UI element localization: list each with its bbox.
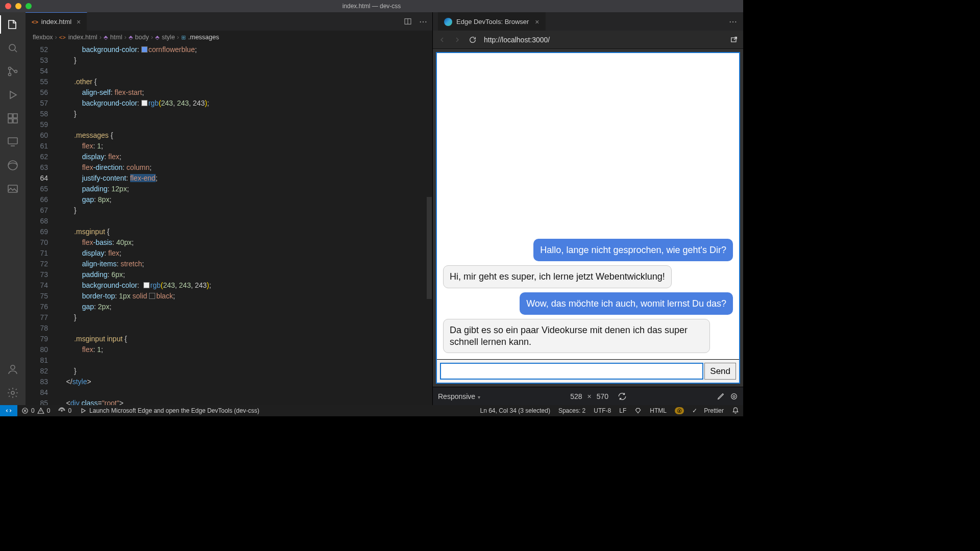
html-file-icon: <> — [59, 34, 66, 40]
status-errors-count: 0 — [31, 407, 35, 414]
crumb-folder[interactable]: flexbox — [33, 34, 53, 41]
status-port-badge[interactable] — [630, 407, 646, 414]
crumb-html[interactable]: html — [110, 34, 122, 41]
edge-browser-icon — [444, 18, 452, 26]
editor-tab-index-html[interactable]: <> index.html × — [26, 12, 87, 31]
activity-bar — [0, 12, 26, 405]
status-formatter-label: Prettier — [704, 407, 724, 414]
zoom-window-button[interactable] — [26, 3, 32, 9]
window-title: index.html — dev-css — [342, 3, 401, 10]
status-cursor[interactable]: Ln 64, Col 34 (3 selected) — [476, 407, 554, 414]
line-gutter: 5253545556575859606162636465666768697071… — [26, 44, 58, 405]
extensions-icon[interactable] — [7, 112, 19, 124]
browser-nav: http://localhost:3000/ — [433, 31, 743, 49]
viewport-width[interactable]: 528 — [570, 392, 582, 400]
svg-rect-5 — [13, 114, 17, 118]
rotate-icon[interactable] — [618, 392, 627, 401]
svg-point-9 — [8, 161, 17, 170]
status-go-live[interactable]: ⦿ — [671, 407, 688, 414]
status-ports-count: 0 — [68, 407, 71, 414]
editor-group: <> index.html × ⋯ flexbox › <>index.html… — [26, 12, 433, 405]
edge-tools-icon[interactable] — [7, 159, 19, 171]
browser-viewport: Hallo, lange nicht gesprochen, wie geht'… — [433, 49, 743, 387]
status-ports[interactable]: 0 — [54, 407, 76, 414]
remote-explorer-icon[interactable] — [7, 136, 19, 148]
tag-icon: ⬘ — [155, 34, 159, 41]
breadcrumbs[interactable]: flexbox › <>index.html › ⬘html › ⬘body ›… — [26, 31, 432, 44]
split-editor-icon[interactable] — [404, 17, 412, 26]
svg-point-11 — [11, 365, 15, 369]
minimize-window-button[interactable] — [15, 3, 21, 9]
dimension-separator-icon: × — [587, 392, 591, 400]
viewport-height[interactable]: 570 — [597, 392, 608, 400]
source-control-icon[interactable] — [7, 65, 19, 78]
accounts-icon[interactable] — [7, 363, 19, 375]
svg-point-2 — [9, 73, 11, 76]
reload-icon[interactable] — [469, 36, 477, 44]
svg-point-16 — [733, 395, 735, 397]
chat-message-other: Hi, mir geht es super, ich lerne jetzt W… — [443, 265, 672, 288]
more-actions-icon[interactable]: ⋯ — [419, 17, 427, 27]
message-input[interactable] — [440, 363, 703, 380]
nav-forward-icon[interactable] — [453, 36, 461, 44]
editor-scrollbar[interactable] — [427, 197, 432, 299]
status-bar: 0 0 0 Launch Microsoft Edge and open the… — [0, 405, 743, 416]
send-button[interactable]: Send — [704, 363, 736, 380]
messages-container: Hallo, lange nicht gesprochen, wie geht'… — [437, 53, 739, 359]
close-window-button[interactable] — [5, 3, 11, 9]
live-badge-icon: ⦿ — [675, 407, 684, 414]
code-content[interactable]: background-color: cornflowerblue; } .oth… — [58, 44, 432, 405]
devtools-tab-title: Edge DevTools: Browser — [456, 18, 529, 26]
code-editor[interactable]: 5253545556575859606162636465666768697071… — [26, 44, 432, 405]
close-tab-icon[interactable]: × — [77, 18, 81, 26]
more-actions-icon[interactable]: ⋯ — [729, 17, 738, 27]
nav-back-icon[interactable] — [438, 36, 446, 44]
status-launch-text: Launch Microsoft Edge and open the Edge … — [89, 407, 259, 414]
svg-rect-8 — [8, 138, 17, 144]
editor-actions: ⋯ — [404, 12, 432, 31]
tag-icon: ⬘ — [129, 34, 133, 41]
device-mode-select[interactable]: Responsive — [438, 392, 480, 400]
window-controls — [5, 3, 32, 9]
svg-point-12 — [11, 391, 14, 394]
address-bar[interactable]: http://localhost:3000/ — [484, 36, 723, 44]
run-debug-icon[interactable] — [7, 89, 19, 101]
chat-message-mine: Wow, das möchte ich auch, womit lernst D… — [520, 292, 733, 315]
editor-tabbar: <> index.html × ⋯ — [26, 12, 432, 31]
gallery-icon[interactable] — [7, 183, 19, 195]
svg-point-18 — [61, 410, 62, 411]
close-tab-icon[interactable]: × — [535, 18, 539, 26]
status-formatter[interactable]: ✓ Prettier — [688, 407, 728, 414]
devtools-tab-browser[interactable]: Edge DevTools: Browser × — [438, 12, 546, 31]
svg-rect-4 — [8, 114, 12, 118]
status-warnings-count: 0 — [47, 407, 51, 414]
macos-titlebar: index.html — dev-css — [0, 0, 743, 12]
edit-icon[interactable] — [717, 392, 725, 400]
svg-rect-10 — [8, 185, 17, 192]
svg-point-0 — [9, 44, 15, 51]
status-launch-hint[interactable]: Launch Microsoft Edge and open the Edge … — [76, 407, 263, 414]
search-icon[interactable] — [7, 42, 19, 54]
settings-gear-icon[interactable] — [7, 387, 19, 399]
page-root: Hallo, lange nicht gesprochen, wie geht'… — [436, 52, 740, 384]
crumb-selector[interactable]: .messages — [188, 34, 219, 41]
status-problems[interactable]: 0 0 — [17, 407, 54, 414]
tab-filename: index.html — [41, 18, 71, 26]
status-eol[interactable]: LF — [615, 407, 630, 414]
crumb-file[interactable]: index.html — [68, 34, 97, 41]
message-input-bar: Send — [437, 359, 739, 383]
svg-point-15 — [731, 393, 737, 399]
chat-message-mine: Hallo, lange nicht gesprochen, wie geht'… — [533, 239, 733, 262]
target-icon[interactable] — [730, 392, 738, 400]
svg-rect-7 — [13, 119, 17, 123]
svg-rect-6 — [8, 119, 12, 123]
remote-indicator[interactable] — [0, 405, 17, 416]
status-language[interactable]: HTML — [646, 407, 671, 414]
status-encoding[interactable]: UTF-8 — [590, 407, 615, 414]
status-notifications-icon[interactable] — [728, 407, 743, 414]
crumb-body[interactable]: body — [135, 34, 149, 41]
crumb-style[interactable]: style — [162, 34, 175, 41]
open-external-icon[interactable] — [730, 36, 738, 44]
status-spaces[interactable]: Spaces: 2 — [554, 407, 590, 414]
explorer-icon[interactable] — [7, 18, 19, 31]
